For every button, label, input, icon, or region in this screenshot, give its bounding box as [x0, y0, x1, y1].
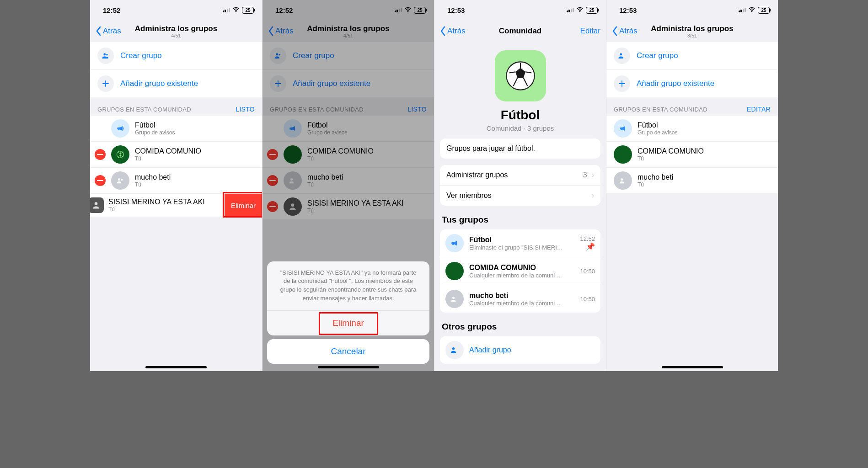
- svg-point-2: [106, 54, 108, 56]
- manage-groups-row[interactable]: Administrar grupos 3›: [440, 165, 600, 186]
- avatar: [90, 197, 104, 213]
- svg-point-6: [95, 202, 98, 205]
- back-label: Atrás: [447, 27, 466, 36]
- add-group-row[interactable]: Añadir grupo: [440, 336, 600, 364]
- svg-point-12: [579, 11, 580, 11]
- done-button[interactable]: LISTO: [236, 106, 255, 113]
- wifi-icon: [576, 6, 584, 15]
- sheet-cancel-button[interactable]: Cancelar: [267, 339, 429, 364]
- back-label: Atrás: [619, 27, 638, 36]
- megaphone-icon: [614, 119, 632, 138]
- wifi-icon: [748, 6, 755, 15]
- status-bar: 12:53 25: [434, 0, 606, 20]
- create-group-label: Crear grupo: [637, 51, 678, 60]
- cellular-icon: [223, 8, 230, 12]
- nav-bar: Atrás Administra los grupos3/51: [606, 20, 778, 42]
- screen-4-manage-groups-after: 12:53 25 Atrás Administra los grupos3/51…: [606, 0, 778, 371]
- back-button[interactable]: Atrás: [612, 26, 638, 36]
- people-icon: [445, 341, 464, 359]
- swipe-delete-button[interactable]: Eliminar: [225, 194, 262, 217]
- group-row-futbol[interactable]: FútbolGrupo de avisos: [606, 116, 778, 142]
- status-time: 12:53: [447, 6, 465, 14]
- home-indicator[interactable]: [145, 366, 207, 368]
- wifi-icon: [232, 6, 240, 15]
- create-group-row[interactable]: Crear grupo: [606, 42, 778, 70]
- svg-point-17: [751, 11, 752, 11]
- chevron-right-icon: ›: [592, 191, 594, 200]
- plus-icon: [97, 75, 114, 92]
- home-indicator[interactable]: [318, 366, 379, 368]
- nav-bar: Atrás Administra los grupos 4/51: [90, 20, 262, 42]
- group-item-mucho-beti[interactable]: mucho betiCualquier miembro de la comuni…: [440, 285, 600, 313]
- section-header: GRUPOS EN ESTA COMUNIDAD LISTO: [90, 97, 262, 116]
- svg-point-0: [236, 11, 236, 11]
- home-indicator[interactable]: [662, 366, 723, 368]
- back-button[interactable]: Atrás: [96, 26, 121, 36]
- avatar: [111, 145, 129, 164]
- cellular-icon: [739, 8, 746, 12]
- edit-button[interactable]: EDITAR: [747, 106, 771, 113]
- avatar: [445, 262, 464, 280]
- megaphone-icon: [111, 119, 129, 138]
- avatar: [614, 145, 632, 164]
- group-avatar-icon: [111, 171, 129, 190]
- chevron-right-icon: ›: [592, 171, 594, 179]
- people-icon: [97, 48, 114, 64]
- svg-point-15: [452, 297, 455, 299]
- group-row-sisisi[interactable]: SISISI MERINO YA ESTA AKITú Eliminar: [90, 194, 262, 217]
- other-groups-header: Otros grupos: [440, 319, 600, 336]
- status-bar: 12:53 25: [606, 0, 778, 20]
- screen-2-confirm-delete: 12:52 25 Atrás Administra los grupos4/51…: [262, 0, 434, 371]
- svg-point-4: [118, 178, 120, 181]
- remove-icon[interactable]: [95, 175, 106, 186]
- remove-icon[interactable]: [95, 149, 106, 160]
- create-group-row[interactable]: Crear grupo: [90, 42, 262, 70]
- back-button[interactable]: Atrás: [440, 26, 466, 36]
- battery-indicator: 25: [758, 7, 770, 14]
- pin-icon: 📌: [574, 242, 595, 251]
- screen-3-community: 12:53 25 Atrás Comunidad Editar Fútbol C…: [434, 0, 606, 371]
- status-time: 12:52: [103, 6, 120, 14]
- cellular-icon: [567, 8, 574, 12]
- svg-point-19: [621, 178, 623, 181]
- megaphone-icon: [445, 234, 464, 252]
- svg-point-1: [103, 53, 106, 56]
- nav-bar: Atrás Comunidad Editar: [434, 20, 606, 42]
- your-groups-header: Tus grupos: [440, 212, 600, 229]
- group-avatar-icon: [445, 290, 464, 308]
- add-existing-group-row[interactable]: Añadir grupo existente: [606, 70, 778, 97]
- group-row-mucho-beti[interactable]: mucho betiTú: [90, 168, 262, 194]
- group-row-comida[interactable]: COMIDA COMUNIOTú: [90, 142, 262, 168]
- battery-indicator: 25: [242, 7, 254, 14]
- people-icon: [614, 48, 630, 64]
- create-group-label: Crear grupo: [120, 51, 162, 60]
- group-item-futbol[interactable]: FútbolEliminaste el grupo "SISISI MERI… …: [440, 229, 600, 257]
- status-bar: 12:52 25: [90, 0, 262, 20]
- group-row-comida[interactable]: COMIDA COMUNIOTú: [606, 142, 778, 168]
- group-avatar-icon: [614, 171, 632, 190]
- svg-point-18: [620, 53, 622, 56]
- add-existing-group-row[interactable]: Añadir grupo existente: [90, 70, 262, 97]
- community-subtitle: Comunidad · 3 grupos: [440, 124, 600, 132]
- community-name: Fútbol: [440, 108, 600, 122]
- plus-icon: [614, 75, 630, 92]
- svg-point-16: [452, 347, 455, 350]
- add-existing-label: Añadir grupo existente: [120, 79, 198, 88]
- group-row-futbol[interactable]: FútbolGrupo de avisos: [90, 116, 262, 142]
- sheet-delete-button[interactable]: Eliminar: [267, 311, 429, 335]
- back-label: Atrás: [103, 27, 121, 36]
- status-time: 12:53: [619, 6, 637, 14]
- community-description: Grupos para jugar al fútbol.: [440, 138, 600, 159]
- view-members-row[interactable]: Ver miembros ›: [440, 186, 600, 206]
- add-existing-label: Añadir grupo existente: [637, 79, 714, 88]
- group-row-mucho-beti[interactable]: mucho betiTú: [606, 168, 778, 193]
- screen-1-manage-groups: 12:52 25 Atrás Administra los grupos 4/5…: [90, 0, 262, 371]
- group-item-comida[interactable]: COMIDA COMUNIOCualquier miembro de la co…: [440, 257, 600, 285]
- svg-point-5: [121, 179, 123, 181]
- sheet-message: "SISISI MERINO YA ESTA AKI" ya no formar…: [267, 261, 429, 311]
- action-sheet: "SISISI MERINO YA ESTA AKI" ya no formar…: [267, 261, 429, 367]
- battery-indicator: 25: [586, 7, 598, 14]
- edit-button[interactable]: Editar: [578, 27, 600, 36]
- community-avatar[interactable]: [495, 50, 546, 101]
